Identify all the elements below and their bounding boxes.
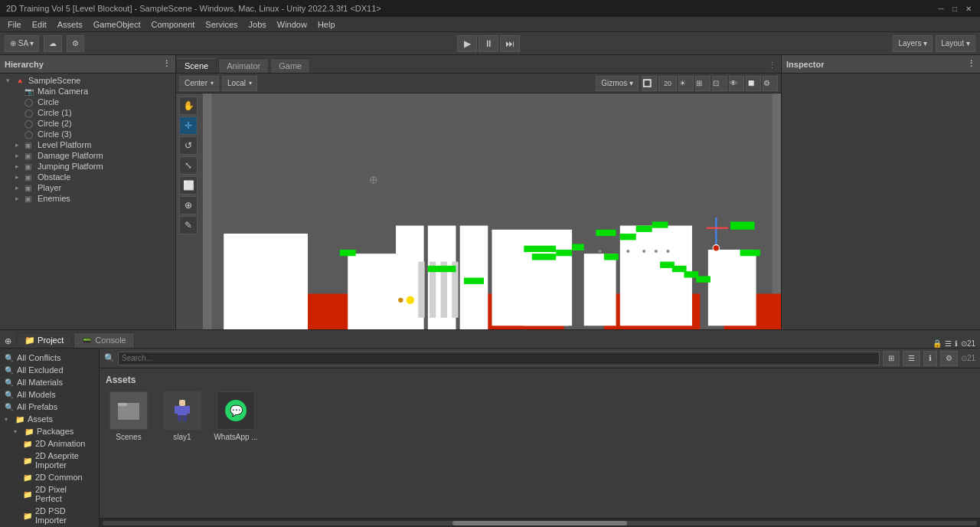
toggle5-btn[interactable]: ⚙ <box>763 76 778 91</box>
toggle2-btn[interactable]: ⊡ <box>712 76 727 91</box>
proj-arrow-assets: ▾ <box>5 416 12 423</box>
shading-btn[interactable]: 20 <box>658 76 677 91</box>
column-icon[interactable]: ☰ <box>945 339 952 348</box>
minimize-button[interactable]: ─ <box>936 3 946 14</box>
pause-button[interactable]: ⏸ <box>479 35 498 52</box>
toggle1-btn[interactable]: ⊞ <box>695 76 710 91</box>
hier-item-obstacle[interactable]: ▸ ▣ Obstacle <box>0 172 175 182</box>
folder-icon-2dpsd: 📁 <box>23 512 32 520</box>
hier-item-circle2[interactable]: ◯ Circle (2) <box>0 118 175 129</box>
project-search-input[interactable] <box>118 352 880 365</box>
local-dropdown[interactable]: Local <box>222 76 257 91</box>
menu-assets[interactable]: Assets <box>53 19 87 30</box>
hier-item-circle3[interactable]: ◯ Circle (3) <box>0 129 175 139</box>
info-icon[interactable]: ℹ <box>955 339 958 348</box>
tab-scene[interactable]: Scene <box>176 58 217 73</box>
proj-2dpsd[interactable]: 📁 2D PSD Importer <box>0 505 99 526</box>
proj-2dpixel[interactable]: 📁 2D Pixel Perfect <box>0 483 99 505</box>
proj-all-excluded[interactable]: 🔍 All Excluded <box>0 364 99 376</box>
proj-2danim[interactable]: 📁 2D Animation <box>0 437 99 450</box>
render-mode-btn[interactable]: 🔳 <box>642 76 657 91</box>
hand-tool[interactable]: ✋ <box>179 97 198 115</box>
asset-label-scenes: Scenes <box>116 433 141 441</box>
move-tool[interactable]: ✛ <box>179 116 198 135</box>
proj-2daseprite[interactable]: 📁 2D Aseprite Importer <box>0 450 99 471</box>
hier-item-player[interactable]: ▸ ▣ Player <box>0 182 175 193</box>
hier-item-damageplatform[interactable]: ▸ ▣ Damage Platform <box>0 150 175 161</box>
search-icon-models: 🔍 <box>5 391 14 399</box>
menu-file[interactable]: File <box>3 19 26 30</box>
menu-component[interactable]: Component <box>146 19 199 30</box>
menu-help[interactable]: Help <box>313 19 340 30</box>
transform-tool[interactable]: ⊕ <box>179 196 198 214</box>
toggle4-btn[interactable]: 🔲 <box>746 76 761 91</box>
hierarchy-options-icon[interactable]: ⋮ <box>162 59 171 69</box>
hier-item-circle1[interactable]: ◯ Circle (1) <box>0 107 175 118</box>
lock-icon[interactable]: 🔒 <box>933 339 942 348</box>
close-button[interactable]: ✕ <box>963 3 974 14</box>
gizmos-button[interactable]: Gizmos ▾ <box>596 76 639 91</box>
proj-all-models[interactable]: 🔍 All Models <box>0 388 99 401</box>
proj-info-btn[interactable]: ℹ <box>923 351 937 366</box>
hier-item-circle[interactable]: ◯ Circle <box>0 97 175 107</box>
proj-packages[interactable]: ▾ 📁 Packages <box>0 425 99 437</box>
menu-window[interactable]: Window <box>273 19 312 30</box>
hier-icon-circle1: ◯ <box>24 109 35 117</box>
menu-gameobject[interactable]: GameObject <box>89 19 145 30</box>
proj-options-btn[interactable]: ⚙ <box>940 351 958 366</box>
project-icon: 📁 <box>24 336 35 345</box>
step-button[interactable]: ⏭ <box>500 35 520 52</box>
hier-item-samplescene[interactable]: ▾ 🔺 SampleScene <box>0 75 175 86</box>
hier-item-maincamera[interactable]: 📷 Main Camera <box>0 86 175 97</box>
asset-scenes[interactable]: Scenes <box>106 391 152 441</box>
inspector-panel: Inspector ⋮ <box>781 55 980 374</box>
layers-button[interactable]: Layers ▾ <box>893 35 933 52</box>
tab-game[interactable]: Game <box>270 58 310 73</box>
layout-button[interactable]: Layout ▾ <box>936 35 975 52</box>
hier-icon-circle3: ◯ <box>24 130 35 139</box>
edit-tool[interactable]: ✎ <box>179 216 198 234</box>
cloud-button[interactable]: ☁ <box>44 35 62 52</box>
play-button[interactable]: ▶ <box>457 35 477 52</box>
menu-edit[interactable]: Edit <box>28 19 51 30</box>
hier-icon-levelplatform: ▣ <box>24 141 35 149</box>
add-icon: ⊕ <box>5 336 11 346</box>
proj-view-btn2[interactable]: ☰ <box>903 351 920 366</box>
toggle3-btn[interactable]: 👁 <box>729 76 744 91</box>
scene-options[interactable]: ⋮ <box>763 58 781 73</box>
rotate-tool[interactable]: ↺ <box>179 136 198 155</box>
bottom-content: 🔍 All Conflicts 🔍 All Excluded 🔍 All Mat… <box>0 349 980 527</box>
tab-animator[interactable]: Animator <box>218 58 269 73</box>
tab-project[interactable]: 📁 Project <box>16 332 72 348</box>
inspector-options-icon[interactable]: ⋮ <box>967 59 975 69</box>
sa-button[interactable]: ⊕ SA ▾ <box>5 35 39 52</box>
proj-all-materials[interactable]: 🔍 All Materials <box>0 376 99 388</box>
asset-slay1[interactable]: slay1 <box>159 391 205 441</box>
hier-item-jumpingplatform[interactable]: ▸ ▣ Jumping Platform <box>0 161 175 172</box>
hier-item-enemies[interactable]: ▸ ▣ Enemies <box>0 193 175 204</box>
bottom-panel: ⊕ 📁 Project 📟 Console 🔒 ☰ ℹ ⊙21 🔍 All <box>0 329 980 527</box>
maximize-button[interactable]: □ <box>949 3 960 14</box>
svg-rect-36 <box>740 250 760 256</box>
proj-assets[interactable]: ▾ 📁 Assets <box>0 413 99 425</box>
assets-label: Assets <box>106 375 974 385</box>
asset-whatsapp[interactable]: 💬 WhatsApp ... <box>213 391 259 441</box>
menu-jobs[interactable]: Jobs <box>244 19 271 30</box>
bottom-add-btn[interactable]: ⊕ <box>0 335 16 348</box>
project-assets-area: Assets Scenes <box>100 368 980 518</box>
light-btn[interactable]: ☀ <box>678 76 694 91</box>
rect-tool[interactable]: ⬜ <box>179 176 198 195</box>
hier-item-levelplatform[interactable]: ▸ ▣ Level Platform <box>0 139 175 150</box>
scrollbar-track[interactable] <box>103 521 977 525</box>
svg-rect-52 <box>179 400 185 406</box>
proj-all-prefabs[interactable]: 🔍 All Prefabs <box>0 401 99 413</box>
settings-button[interactable]: ⚙ <box>67 35 84 52</box>
scale-tool[interactable]: ⤡ <box>179 156 198 175</box>
proj-all-conflicts[interactable]: 🔍 All Conflicts <box>0 352 99 364</box>
proj-view-btn1[interactable]: ⊞ <box>883 351 900 366</box>
center-area: Scene Animator Game ⋮ Center Local Gizmo… <box>176 55 781 374</box>
center-dropdown[interactable]: Center <box>179 76 219 91</box>
proj-2dcommon[interactable]: 📁 2D Common <box>0 471 99 483</box>
tab-console[interactable]: 📟 Console <box>74 332 134 348</box>
menu-services[interactable]: Services <box>201 19 242 30</box>
